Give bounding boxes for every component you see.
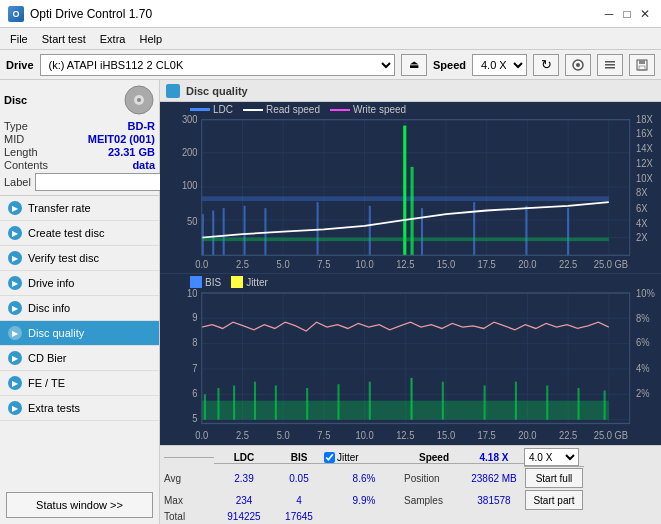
svg-rect-66 (411, 167, 414, 255)
svg-text:200: 200 (182, 147, 198, 159)
nav-icon-extra-tests: ▶ (8, 401, 22, 415)
svg-text:4X: 4X (636, 217, 648, 229)
svg-rect-123 (578, 388, 580, 420)
svg-text:4%: 4% (636, 362, 650, 374)
svg-text:5.0: 5.0 (277, 429, 290, 441)
title-bar: O Opti Drive Control 1.70 ─ □ ✕ (0, 0, 661, 28)
nav-item-fe-te[interactable]: ▶FE / TE (0, 371, 159, 396)
status-window-button[interactable]: Status window >> (6, 492, 153, 518)
svg-text:16X: 16X (636, 128, 653, 140)
bottom-legend: BIS Jitter (190, 276, 268, 288)
svg-rect-63 (525, 206, 527, 256)
minimize-button[interactable]: ─ (601, 6, 617, 22)
svg-rect-61 (421, 208, 423, 255)
top-chart-svg: 300 200 100 50 18X 16X 14X 12X 10X 8X 6X… (160, 102, 661, 273)
max-bis: 4 (274, 495, 324, 506)
svg-text:15.0: 15.0 (437, 429, 455, 441)
legend-jitter: Jitter (231, 276, 268, 288)
menu-start-test[interactable]: Start test (36, 31, 92, 47)
nav-label-drive-info: Drive info (28, 277, 74, 289)
nav-item-verify-test-disc[interactable]: ▶Verify test disc (0, 246, 159, 271)
jitter-checkbox-label: Jitter (337, 452, 359, 463)
window-controls: ─ □ ✕ (601, 6, 653, 22)
svg-text:17.5: 17.5 (478, 259, 497, 271)
svg-text:25.0 GB: 25.0 GB (594, 429, 628, 441)
svg-text:50: 50 (187, 215, 198, 227)
menu-file[interactable]: File (4, 31, 34, 47)
nav-item-extra-tests[interactable]: ▶Extra tests (0, 396, 159, 421)
menu-extra[interactable]: Extra (94, 31, 132, 47)
menu-help[interactable]: Help (133, 31, 168, 47)
svg-rect-110 (204, 394, 206, 419)
nav-icon-transfer-rate: ▶ (8, 201, 22, 215)
svg-text:7: 7 (192, 362, 197, 374)
eject-button[interactable]: ⏏ (401, 54, 427, 76)
avg-jitter: 8.6% (324, 473, 404, 484)
bis-header: BIS (274, 452, 324, 464)
svg-rect-122 (546, 385, 548, 419)
svg-text:6X: 6X (636, 202, 648, 214)
nav-icon-disc-info: ▶ (8, 301, 22, 315)
nav-item-disc-quality[interactable]: ▶Disc quality (0, 321, 159, 346)
close-button[interactable]: ✕ (637, 6, 653, 22)
nav-item-disc-info[interactable]: ▶Disc info (0, 296, 159, 321)
svg-rect-112 (233, 385, 235, 419)
jitter-checkbox[interactable] (324, 452, 335, 463)
burn-button[interactable] (565, 54, 591, 76)
svg-point-10 (137, 98, 141, 102)
app-title: Opti Drive Control 1.70 (30, 7, 152, 21)
refresh-button[interactable]: ↻ (533, 54, 559, 76)
svg-rect-7 (639, 66, 645, 70)
svg-text:25.0 GB: 25.0 GB (594, 259, 629, 271)
svg-rect-121 (515, 382, 517, 420)
svg-rect-55 (212, 210, 214, 255)
drive-select[interactable]: (k:) ATAPI iHBS112 2 CL0K (40, 54, 395, 76)
nav-item-create-test-disc[interactable]: ▶Create test disc (0, 221, 159, 246)
position-label: Position (404, 473, 464, 484)
jitter-checkbox-area: Jitter (324, 452, 404, 464)
nav-label-cd-bier: CD Bier (28, 352, 67, 364)
drive-bar: Drive (k:) ATAPI iHBS112 2 CL0K ⏏ Speed … (0, 50, 661, 80)
disc-title: Disc (4, 94, 27, 106)
svg-rect-56 (223, 208, 225, 255)
speed-dropdown[interactable]: 4.0 X (524, 448, 579, 466)
svg-rect-120 (484, 385, 486, 419)
nav-item-cd-bier[interactable]: ▶CD Bier (0, 346, 159, 371)
svg-rect-116 (337, 384, 339, 419)
speed-select[interactable]: 4.0 X (472, 54, 527, 76)
start-part-button[interactable]: Start part (525, 490, 583, 510)
svg-text:6%: 6% (636, 336, 650, 348)
settings-button[interactable] (597, 54, 623, 76)
svg-text:0.0: 0.0 (195, 429, 208, 441)
svg-rect-62 (473, 202, 475, 255)
nav-item-transfer-rate[interactable]: ▶Transfer rate (0, 196, 159, 221)
svg-text:10: 10 (187, 287, 198, 299)
svg-text:22.5: 22.5 (559, 429, 577, 441)
svg-rect-115 (306, 388, 308, 420)
contents-value: data (132, 159, 155, 171)
disc-section: Disc Type BD-R MID MEIT02 (001) Length 2… (0, 80, 159, 196)
svg-text:18X: 18X (636, 114, 653, 126)
top-chart: LDC Read speed Write speed (160, 102, 661, 274)
legend-bis-color (190, 276, 202, 288)
svg-rect-59 (317, 202, 319, 255)
length-label: Length (4, 146, 38, 158)
svg-rect-4 (605, 67, 615, 69)
svg-text:2%: 2% (636, 387, 650, 399)
label-label: Label (4, 176, 31, 188)
legend-write-color (330, 109, 350, 111)
mid-label: MID (4, 133, 24, 145)
avg-ldc: 2.39 (214, 473, 274, 484)
label-input[interactable] (35, 173, 168, 191)
svg-text:9: 9 (192, 311, 197, 323)
chart-header: Disc quality (160, 80, 661, 102)
legend-ldc-color (190, 108, 210, 111)
main-content: Disc Type BD-R MID MEIT02 (001) Length 2… (0, 80, 661, 524)
save-button[interactable] (629, 54, 655, 76)
maximize-button[interactable]: □ (619, 6, 635, 22)
svg-rect-117 (369, 382, 371, 420)
start-full-button[interactable]: Start full (525, 468, 583, 488)
svg-text:7.5: 7.5 (317, 259, 330, 271)
svg-rect-65 (403, 126, 406, 256)
nav-item-drive-info[interactable]: ▶Drive info (0, 271, 159, 296)
